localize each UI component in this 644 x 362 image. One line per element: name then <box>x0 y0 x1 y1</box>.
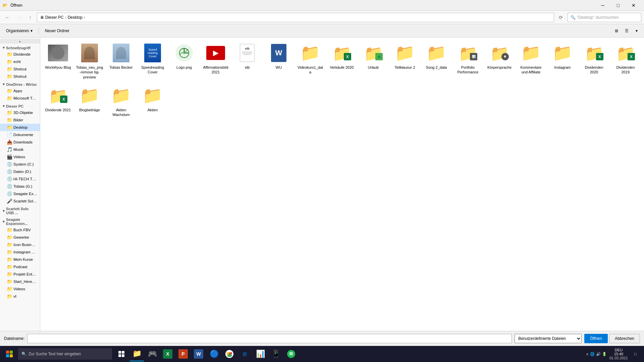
refresh-button[interactable]: ⟳ <box>556 13 566 22</box>
sidebar-item-shotcut2[interactable]: 📁 Shotcut <box>0 73 40 80</box>
list-item[interactable]: 📁 Teilklausur 2 <box>390 40 420 81</box>
address-path[interactable]: 🖥 Dieser PC › Desktop › <box>37 13 554 22</box>
forward-button[interactable]: → <box>14 13 23 22</box>
sidebar-scroll-up[interactable]: ▲ <box>0 39 40 44</box>
path-part-1[interactable]: Dieser PC <box>45 15 64 20</box>
taskbar-app-powerpoint[interactable]: P <box>176 347 191 361</box>
list-item[interactable]: 📁 📊 Portfolio Performance <box>453 40 483 81</box>
view-options-button[interactable]: ▾ <box>632 26 641 36</box>
sidebar-item-mein-kurse[interactable]: 📁 Mein Kurse <box>0 256 40 263</box>
sidebar-section-onedrive[interactable]: ▾ OneDrive - Wirtsc <box>0 80 40 87</box>
organize-button[interactable]: Organisieren ▾ <box>3 26 36 36</box>
sidebar-item-start-here[interactable]: 📁 Start_Here_Mac... <box>0 278 40 285</box>
musik-icon: 🎵 <box>7 147 12 152</box>
taskbar-app-edge[interactable]: e <box>237 347 252 361</box>
taskbar-app-excel[interactable]: X <box>160 347 175 361</box>
sidebar-item-apps[interactable]: 📁 Apps <box>0 87 40 95</box>
sidebar-item-microsoft-teams[interactable]: 📁 Microsoft Teams <box>0 95 40 102</box>
maximize-button[interactable]: □ <box>610 0 626 11</box>
view-large-icons-button[interactable]: ⊞ <box>612 26 621 36</box>
new-folder-button[interactable]: Neuer Ordner <box>42 26 73 36</box>
taskbar-app-app5[interactable]: 📊 <box>253 347 268 361</box>
sidebar-item-videos2[interactable]: 📁 Videos <box>0 285 40 293</box>
filename-input[interactable] <box>27 334 512 343</box>
sidebar-item-scarlett1[interactable]: 🎤 Scarlett Solo USB <box>0 197 40 205</box>
open-button[interactable]: Öffnen <box>584 334 608 343</box>
sidebar-item-downloads[interactable]: 📥 Downloads <box>0 138 40 146</box>
list-item[interactable]: 📁 X Dividende 2021 <box>43 83 73 119</box>
list-item[interactable]: World4you Blog <box>43 40 73 81</box>
back-button[interactable]: ← <box>3 13 12 22</box>
list-item[interactable]: 📁 Song 2_data <box>421 40 451 81</box>
list-item[interactable]: Tobias Becker <box>106 40 136 81</box>
sidebar-item-daten-d[interactable]: 💿 Daten (D:) <box>0 168 40 175</box>
sidebar-item-dividende[interactable]: 📁 Dividende <box>0 51 40 58</box>
list-item[interactable]: Tobias_neu_png-remove bg-preview <box>74 40 105 81</box>
taskbar-app-chrome[interactable] <box>222 347 237 361</box>
sidebar-item-gewerbe[interactable]: 📁 Gewerbe <box>0 234 40 241</box>
sidebar-item-echt[interactable]: 📁 echt <box>0 58 40 65</box>
folder-icon: 📁 <box>7 96 12 101</box>
sidebar-item-hitech[interactable]: 💿 HI-TECH Treiber <box>0 175 40 183</box>
sidebar-item-musik[interactable]: 🎵 Musik <box>0 146 40 153</box>
list-item[interactable]: ▶ Affirmationsbild 2021 <box>201 40 231 81</box>
taskbar-app-word[interactable]: W <box>191 347 206 361</box>
sidebar-item-podcast[interactable]: 📁 Podcast <box>0 263 40 270</box>
taskbar-app-app2[interactable]: 🔵 <box>207 347 221 361</box>
list-item[interactable]: W WU <box>264 40 294 81</box>
sidebar-item-dokumente[interactable]: 📄 Dokumente <box>0 131 40 138</box>
taskbar-clock[interactable]: DEU 15:40 01.03.2021 <box>609 348 628 360</box>
list-item[interactable]: SpeedreadingCover Speedreading Cover <box>138 40 168 81</box>
sidebar-item-icon-business[interactable]: 📁 Icon Business <box>0 241 40 248</box>
list-item[interactable]: 📁 X Dividenden 2019 <box>610 40 641 81</box>
list-item[interactable]: 📁 Aktien Wachstum <box>106 83 136 119</box>
sidebar-item-instagram-t[interactable]: 📁 Instagram und T... <box>0 248 40 256</box>
sidebar-item-shotcut1[interactable]: 📁 Shotcut <box>0 65 40 73</box>
list-item[interactable]: 📁 Aktien <box>138 83 168 119</box>
cancel-button[interactable]: Abbrechen <box>609 334 640 343</box>
sidebar-item-projekt-entspan[interactable]: 📁 Projekt Entspan... <box>0 270 40 278</box>
taskbar-app-spotify[interactable] <box>284 347 299 361</box>
list-item[interactable]: 📁 Kommentare und Affiliate <box>516 40 546 81</box>
sidebar-item-system-c[interactable]: 💿 System (C:) <box>0 161 40 168</box>
sidebar-item-buch-fbv[interactable]: 📁 Buch FBV <box>0 226 40 234</box>
search-box[interactable]: 🔍 "Desktop" durchsuchen <box>568 13 641 22</box>
taskbar-app-task-view[interactable] <box>114 347 129 361</box>
close-button[interactable]: ✕ <box>626 0 641 11</box>
list-item[interactable]: xtb xtb <box>232 40 262 81</box>
taskbar-app-browser1[interactable]: 🎮 <box>145 347 160 361</box>
sidebar-item-bilder[interactable]: 📁 Bilder <box>0 116 40 124</box>
view-details-button[interactable]: ☰ <box>622 26 631 36</box>
sidebar-section-scarlett[interactable]: ▾ Scarlett Solo USB ... <box>0 205 40 216</box>
sidebar-section-dieser-pc[interactable]: ▾ Dieser PC <box>0 102 40 109</box>
taskbar-search[interactable]: 🔍 Zur Suche Text hier eingeben <box>18 348 112 360</box>
taskbar-app-explorer[interactable]: 📁 <box>129 347 144 361</box>
sidebar-item-vt[interactable]: 📁 vt <box>0 293 40 300</box>
arrow-icon[interactable]: ∧ <box>586 352 589 356</box>
list-item[interactable]: 📁 🌲 Urlaub <box>358 40 388 81</box>
sidebar-item-3d-objekte[interactable]: 📁 3D-Objekte <box>0 109 40 116</box>
sidebar-item-seagate1[interactable]: 💿 Seagate Expansi... <box>0 190 40 197</box>
start-button[interactable] <box>1 346 17 362</box>
list-item[interactable]: 📁 X Verkäufe 2020 <box>327 40 357 81</box>
minimize-button[interactable]: ─ <box>595 0 610 11</box>
taskbar-app-app6[interactable]: 📱 <box>268 347 283 361</box>
sidebar-item-desktop[interactable]: 📁 Desktop <box>0 124 40 131</box>
list-item[interactable]: 📁 🗣 Körpersprache <box>484 40 515 81</box>
sidebar-item-videos[interactable]: 🎬 Videos <box>0 153 40 161</box>
filetype-dropdown[interactable]: Benutzerdefinierte Dateien <box>515 334 582 343</box>
list-item[interactable]: 📁 X Dividenden 2020 <box>579 40 609 81</box>
list-item[interactable]: 📁 Blogbeiträge <box>74 83 105 119</box>
sidebar-section-seagate[interactable]: ▾ Seagate Expansion... <box>0 216 40 226</box>
battery-icon[interactable]: 🔋 <box>602 352 607 356</box>
sidebar-item-tobias-g[interactable]: 💿 Tobias (G:) <box>0 183 40 190</box>
notification-button[interactable]: □ <box>631 349 640 359</box>
path-part-2[interactable]: Desktop <box>68 15 83 20</box>
sidebar-section-schnellzugriff[interactable]: ▾ Schnellzugriff <box>0 44 40 51</box>
list-item[interactable]: Logo png <box>169 40 199 81</box>
list-item[interactable]: 📁 Videokurs1_data <box>295 40 325 81</box>
up-button[interactable]: ↑ <box>25 13 35 22</box>
list-item[interactable]: 📁 Instagram <box>547 40 578 81</box>
network-icon[interactable]: 🌐 <box>590 352 595 356</box>
volume-icon[interactable]: 🔊 <box>596 352 601 356</box>
